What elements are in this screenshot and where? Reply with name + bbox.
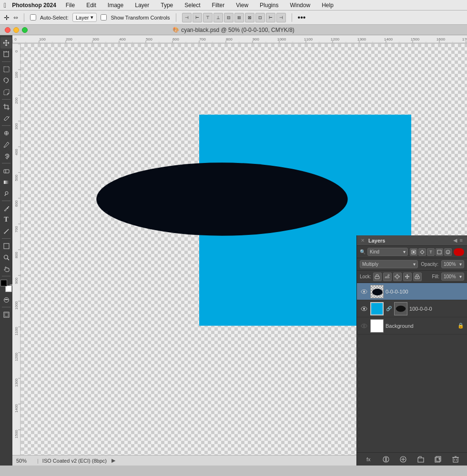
menu-filter[interactable]: Filter <box>210 1 227 10</box>
svg-line-13 <box>5 194 6 196</box>
rect-marquee-tool[interactable] <box>0 63 12 75</box>
file-icon: 🎨 <box>173 27 179 33</box>
new-group-button[interactable] <box>416 455 426 464</box>
brush-tool[interactable] <box>0 139 12 150</box>
svg-text:300: 300 <box>14 123 19 130</box>
layer-3-visibility[interactable] <box>360 322 368 330</box>
menu-select[interactable]: Select <box>183 1 202 10</box>
artboard-tool[interactable] <box>0 49 12 60</box>
svg-text:1500: 1500 <box>14 430 19 438</box>
svg-text:900: 900 <box>14 277 19 284</box>
menu-help[interactable]: Help <box>320 1 335 10</box>
menu-file[interactable]: File <box>64 1 77 10</box>
new-fill-adjustment-button[interactable] <box>398 455 408 464</box>
blend-mode-dropdown[interactable]: Multiply▾ <box>360 260 418 268</box>
crop-tool[interactable] <box>0 101 12 112</box>
menu-view[interactable]: View <box>234 1 250 10</box>
layers-panel-title: Layers <box>368 238 385 243</box>
menu-image[interactable]: Image <box>106 1 125 10</box>
distribute-top-icon[interactable]: ⊣ <box>276 13 286 22</box>
text-tool[interactable]: T <box>0 214 12 225</box>
lock-image-icon[interactable] <box>383 273 392 281</box>
menu-window[interactable]: Window <box>288 1 312 10</box>
close-button[interactable] <box>5 27 10 33</box>
path-select-tool[interactable] <box>0 225 12 237</box>
delete-layer-button[interactable] <box>451 455 460 464</box>
align-icons: ⊣ ⊢ ⊤ ⊥ ⊟ ⊞ ⊠ ⊡ ⊢ ⊣ <box>182 13 286 22</box>
shape-tool[interactable] <box>0 240 12 252</box>
more-options-icon[interactable]: ••• <box>298 13 306 22</box>
align-center-h-icon[interactable]: ⊢ <box>193 13 202 22</box>
layer-row-1[interactable]: 0-0-0-100 <box>357 283 467 300</box>
move-tool[interactable] <box>0 37 12 49</box>
layer-row-2[interactable]: 🔗 100-0-0-0 <box>357 300 467 317</box>
status-arrow-icon[interactable]: ▶ <box>112 457 115 464</box>
maximize-button[interactable] <box>22 27 28 33</box>
fill-value[interactable]: 100%▾ <box>441 273 464 281</box>
new-layer-button[interactable] <box>433 455 443 464</box>
menu-edit[interactable]: Edit <box>84 1 98 10</box>
gradient-tool[interactable] <box>0 176 12 188</box>
minimize-button[interactable] <box>13 27 19 33</box>
eraser-tool[interactable] <box>0 165 12 176</box>
pen-tool[interactable] <box>0 203 12 214</box>
zoom-tool[interactable] <box>0 252 12 263</box>
hand-tool[interactable] <box>0 263 12 274</box>
filter-toggle[interactable] <box>454 248 464 256</box>
fill-label: Fill: <box>432 274 439 279</box>
panel-menu-icon[interactable]: ≡ <box>459 237 463 244</box>
align-left-icon[interactable]: ⊣ <box>182 13 192 22</box>
color-swatches[interactable]: ⇄ <box>0 280 12 292</box>
move-tool-options-icon: ✛ <box>4 14 10 21</box>
distribute-right-icon[interactable]: ⊢ <box>266 13 275 22</box>
align-top-icon[interactable]: ⊥ <box>213 13 223 22</box>
eyedropper-tool[interactable] <box>0 112 12 124</box>
quick-mask-tool[interactable] <box>0 294 12 305</box>
distribute-left-icon[interactable]: ⊠ <box>245 13 254 22</box>
menu-layer[interactable]: Layer <box>133 1 151 10</box>
filter-kind-dropdown[interactable]: Kind ▾ <box>367 248 408 256</box>
layer-3-name: Background <box>386 323 456 329</box>
screen-mode-tool[interactable] <box>0 309 12 320</box>
svg-line-16 <box>7 258 9 260</box>
transform-checkbox[interactable] <box>101 14 107 20</box>
lock-position-icon[interactable] <box>403 273 412 281</box>
layer-2-visibility[interactable] <box>360 304 368 313</box>
layer-dropdown[interactable]: Layer ▾ <box>72 13 97 22</box>
lock-transparent-icon[interactable] <box>373 273 382 281</box>
add-mask-button[interactable] <box>381 455 391 464</box>
menu-plugins[interactable]: Plugins <box>258 1 280 10</box>
panel-collapse-icon[interactable]: ◀ <box>453 237 457 244</box>
clone-tool[interactable] <box>0 150 12 162</box>
filter-type-icon[interactable]: T <box>427 248 435 256</box>
layer-1-visibility[interactable] <box>360 287 368 296</box>
layer-1-name: 0-0-0-100 <box>386 289 464 294</box>
dodge-tool[interactable] <box>0 188 12 199</box>
panel-close-icon[interactable]: ✕ <box>361 238 365 243</box>
object-select-tool[interactable] <box>0 86 12 98</box>
add-fx-button[interactable]: fx <box>364 455 373 464</box>
align-right-icon[interactable]: ⊤ <box>203 13 213 22</box>
foreground-color[interactable] <box>0 280 7 286</box>
opacity-value[interactable]: 100%▾ <box>441 260 464 268</box>
svg-text:400: 400 <box>119 38 126 42</box>
filter-smart-icon[interactable]: S <box>444 248 452 256</box>
lock-all-icon[interactable] <box>413 273 422 281</box>
layer-row-3[interactable]: Background 🔒 <box>357 317 467 334</box>
filter-adjustment-icon[interactable] <box>418 248 426 256</box>
apple-menu-icon[interactable]:  <box>4 1 6 9</box>
menu-items: File Edit Image Layer Type Select Filter… <box>64 1 335 10</box>
lasso-tool[interactable] <box>0 75 12 86</box>
svg-point-120 <box>388 274 389 276</box>
menu-type[interactable]: Type <box>159 1 175 10</box>
layer-1-thumbnail <box>370 285 384 298</box>
healing-tool[interactable] <box>0 127 12 139</box>
distribute-h-icon[interactable]: ⊡ <box>255 13 265 22</box>
auto-select-checkbox[interactable] <box>30 14 36 20</box>
filter-pixel-icon[interactable] <box>410 248 417 256</box>
lock-artboard-icon[interactable] <box>393 273 402 281</box>
filter-shape-icon[interactable] <box>436 248 443 256</box>
svg-line-5 <box>9 116 9 118</box>
align-bottom-icon[interactable]: ⊞ <box>234 13 244 22</box>
align-middle-v-icon[interactable]: ⊟ <box>224 13 234 22</box>
